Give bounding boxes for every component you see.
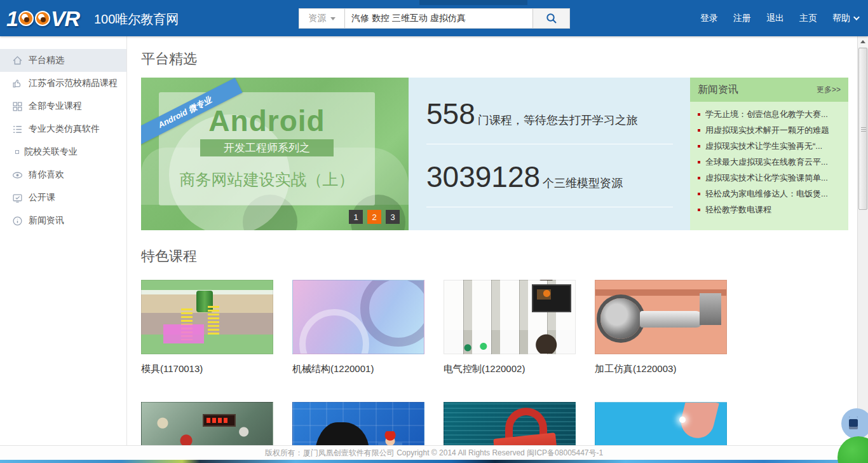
decor [600,298,641,339]
square-bullet-icon [15,150,19,154]
news-item[interactable]: 轻松成为家电维修达人：电饭煲... [698,186,843,202]
login-link[interactable]: 登录 [700,13,718,24]
sidebar-item-label: 全部专业课程 [29,100,82,112]
list-icon [12,124,23,135]
screen-icon [12,193,23,204]
stat-courses-number: 558 [426,97,475,131]
news-item[interactable]: 全球最大虚拟现实在线教育云平... [698,154,843,170]
bottom-gradient-bar [0,460,868,463]
help-menu[interactable]: 帮助 [832,13,858,24]
bullet-icon [698,145,700,148]
carousel-page-3[interactable]: 3 [386,210,400,224]
sidebar-item-college-majors[interactable]: 院校关联专业 [0,141,126,163]
course-label: 加工仿真(1220003) [595,363,727,375]
sidebar-item-news[interactable]: 新闻资讯 [0,209,126,232]
info-icon [12,216,23,226]
news-item[interactable]: 虚拟现实技术让化学实验课简单... [698,170,843,186]
logout-link[interactable]: 退出 [766,13,784,24]
stat-models-number: 3039128 [426,160,540,194]
news-panel: 新闻资讯 更多>> 学无止境：创壹信息化教学大赛... 用虚拟现实技术解开一颗牙… [690,78,848,230]
carousel-page-1[interactable]: 1 [349,210,363,224]
sidebar-item-all-courses[interactable]: 全部专业课程 [0,95,126,118]
floating-contact-button[interactable] [841,408,868,439]
stat-courses-label: 门课程，等待您去打开学习之旅 [478,113,638,128]
decor [163,324,204,343]
banner-subtitle: 开发工程师系列之 [200,139,334,156]
sidebar-item-label: 江苏省示范校精品课程 [29,78,118,89]
sidebar: 平台精选 江苏省示范校精品课程 全部专业课程 专业大类仿真软件 院校关联专业 [0,36,127,445]
decor [640,311,703,328]
search-category-dropdown[interactable]: 资源 [299,9,345,28]
bullet-icon [698,193,700,195]
news-title: 新闻资讯 [698,83,738,97]
search-button[interactable] [532,9,569,28]
triangle-up-icon [860,40,865,43]
news-item[interactable]: 用虚拟现实技术解开一颗牙的难题 [698,122,843,138]
decor [208,306,219,335]
banner-carousel[interactable]: Android 开发工程师系列之 商务网站建设实战（上） Android 微专业… [141,78,409,230]
search-icon [546,13,557,24]
register-link[interactable]: 注册 [733,13,751,24]
decor [532,284,571,312]
sidebar-item-platform-featured[interactable]: 平台精选 [0,49,126,72]
decor [360,280,424,347]
carousel-page-2[interactable]: 2 [367,210,381,224]
news-item[interactable]: 轻松教学数电课程 [698,202,843,218]
sidebar-item-label: 专业大类仿真软件 [29,123,100,135]
scroll-up-button[interactable] [858,36,868,47]
logo-digit-one: 1 [6,6,18,31]
course-card-machining[interactable]: 加工仿真(1220003) [595,280,727,375]
logo-vr-text: VR [51,6,79,31]
sidebar-item-label: 猜你喜欢 [29,169,64,181]
divider [426,144,673,144]
banner-caption: 商务网站建设实战（上） [180,169,355,190]
sidebar-item-label: 公开课 [29,192,55,204]
news-item[interactable]: 虚拟现实技术让学生实验再无“... [698,138,843,154]
site-title: 100唯尔教育网 [94,11,179,28]
course-label: 模具(1170013) [141,363,273,375]
section-title-courses: 特色课程 [141,247,197,266]
chevron-down-icon [330,17,336,20]
sidebar-item-guess-you-like[interactable]: 猜你喜欢 [0,163,126,186]
banner-title: Android [208,104,325,138]
sidebar-item-open-courses[interactable]: 公开课 [0,186,126,209]
vertical-scrollbar[interactable] [857,36,868,463]
search-input[interactable] [345,9,532,28]
bullet-icon [698,177,700,179]
course-card-electrical[interactable]: 电气控制(1220002) [444,280,576,375]
carousel-pager: 1 2 3 [349,210,400,224]
header-dark-strip [419,0,527,5]
sidebar-item-simulation-software[interactable]: 专业大类仿真软件 [0,118,126,141]
logo-eye-icon [18,11,34,26]
course-image-mechanical-structure [292,280,424,354]
eye-icon [12,170,23,181]
decor [299,309,369,354]
floating-service-button[interactable] [837,436,868,463]
bullet-icon [698,209,700,211]
scrollbar-thumb[interactable] [858,48,867,210]
divider [426,207,673,207]
news-more-link[interactable]: 更多>> [817,85,841,95]
home-icon [12,55,23,66]
logo[interactable]: 1 VR [6,6,79,31]
home-link[interactable]: 主页 [799,13,817,24]
page: 1 VR 100唯尔教育网 资源 登录 注册 退出 主页 [0,0,868,463]
sidebar-item-label: 平台精选 [29,55,64,66]
course-card-mold[interactable]: 模具(1170013) [141,280,273,375]
news-item[interactable]: 学无止境：创壹信息化教学大赛... [698,106,843,122]
decor [700,293,721,325]
decor [203,414,236,427]
sidebar-item-label: 院校关联专业 [24,146,78,158]
news-list: 学无止境：创壹信息化教学大赛... 用虚拟现实技术解开一颗牙的难题 虚拟现实技术… [690,102,848,218]
grid-icon [12,101,23,112]
course-image-machining-simulation [595,280,727,354]
stat-models-label: 个三维模型资源 [543,176,623,191]
sidebar-item-jiangsu-courses[interactable]: 江苏省示范校精品课程 [0,72,126,95]
copyright-text: 版权所有：厦门凤凰创壹软件有限公司 Copyright © 2014 All R… [265,448,603,459]
search-category-label: 资源 [309,13,327,24]
course-image-mold-3d-model [141,280,273,354]
header: 1 VR 100唯尔教育网 资源 登录 注册 退出 主页 [0,0,868,36]
logo-eye-icon [35,11,50,26]
course-card-mechanical[interactable]: 机械结构(1220001) [292,280,424,375]
thumbs-up-icon [12,78,23,89]
